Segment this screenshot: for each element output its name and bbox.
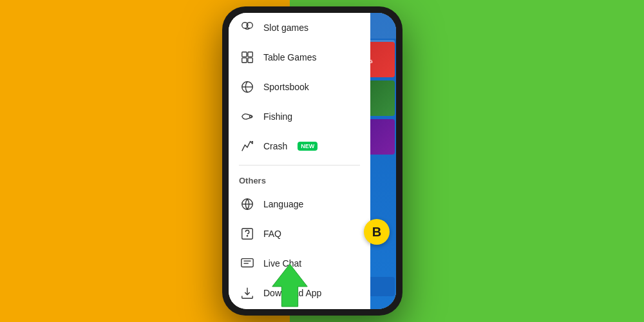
sportsbook-label: Sportsbook <box>263 82 309 92</box>
table-games-label: Table Games <box>263 52 316 62</box>
fishing-icon <box>239 108 256 125</box>
svg-rect-8 <box>242 58 247 62</box>
up-arrow-container <box>270 263 309 310</box>
svg-rect-6 <box>242 52 247 57</box>
menu-item-slot-games[interactable]: Slot games <box>229 13 370 43</box>
menu-item-table-games[interactable]: Table Games <box>229 43 370 72</box>
divider-1 <box>239 165 360 166</box>
phone-shell: uiry please direct c Slot Ta DABANGGG <box>222 6 402 316</box>
crash-label: Crash <box>263 141 287 151</box>
screen-content: uiry please direct c Slot Ta DABANGGG <box>229 13 396 309</box>
menu-item-fishing[interactable]: Fishing <box>229 102 370 131</box>
svg-marker-16 <box>272 264 307 307</box>
language-label: Language <box>263 199 303 209</box>
up-arrow-icon <box>270 263 309 308</box>
faq-label: FAQ <box>263 229 281 239</box>
svg-rect-15 <box>242 259 253 267</box>
svg-point-14 <box>247 236 247 236</box>
fishing-label: Fishing <box>263 111 292 122</box>
download-icon <box>239 285 256 301</box>
table-icon <box>239 49 256 66</box>
svg-rect-9 <box>248 58 252 62</box>
question-icon <box>239 225 256 242</box>
slot-games-label: Slot games <box>263 23 308 33</box>
svg-point-11 <box>250 115 252 118</box>
slots-icon <box>239 19 256 36</box>
phone-screen: uiry please direct c Slot Ta DABANGGG <box>229 13 396 309</box>
others-section-label: Others <box>229 169 370 189</box>
new-badge: NEW <box>298 142 317 151</box>
menu-item-sportsbook[interactable]: Sportsbook <box>229 72 370 102</box>
chat-icon <box>239 255 256 272</box>
menu-item-faq[interactable]: FAQ <box>229 219 370 249</box>
svg-rect-7 <box>248 52 252 57</box>
b-logo: B <box>364 219 390 245</box>
globe-icon <box>239 196 256 213</box>
menu-item-crash[interactable]: Crash NEW <box>229 131 370 161</box>
menu-item-language[interactable]: Language <box>229 189 370 219</box>
crash-icon <box>239 138 256 155</box>
sports-icon <box>239 79 256 95</box>
